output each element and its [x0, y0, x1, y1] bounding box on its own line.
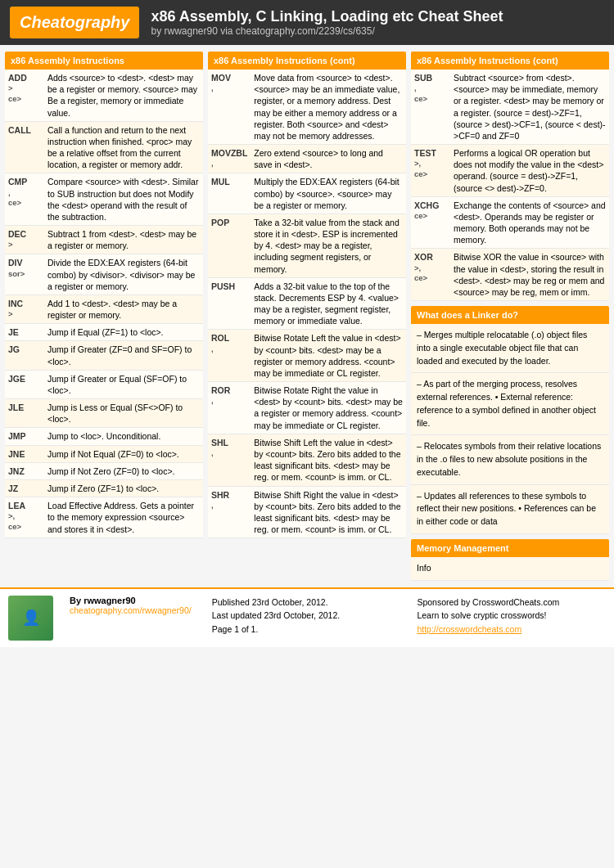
inst-key: INC> — [5, 295, 44, 323]
header-subtitle: by rwwagner90 via cheatography.com/2239/… — [151, 25, 503, 37]
author-name: By rwwagner90 — [70, 596, 196, 605]
column-1: x86 Assembly Instructions ADD>ce>Adds <s… — [5, 52, 203, 581]
inst-key: CMP,ce> — [5, 173, 44, 226]
linker-item: – As part of the merging process, resolv… — [411, 373, 609, 435]
inst-desc: Multiply the EDX:EAX registers (64-bit c… — [251, 173, 406, 214]
linker-header: What does a Linker do? — [411, 306, 609, 324]
memory-header: Memory Management — [411, 539, 609, 557]
col1-header: x86 Assembly Instructions — [5, 52, 203, 70]
inst-desc: Zero extend <source> to long and save in… — [251, 145, 406, 173]
inst-key: JNE — [5, 445, 44, 462]
inst-key: MOVZBL, — [208, 145, 251, 173]
main-content: x86 Assembly Instructions ADD>ce>Adds <s… — [0, 45, 614, 587]
sponsor-text: Sponsored by CrosswordCheats.com — [417, 596, 606, 609]
inst-key: JLE — [5, 399, 44, 428]
logo-text: Cheatography — [20, 13, 129, 31]
inst-desc: Bitwise XOR the value in <source> with t… — [450, 249, 609, 301]
inst-desc: Jump is Less or Equal (SF<>OF) to <loc>. — [44, 399, 203, 428]
footer-author-col: By rwwagner90 cheatography.com/rwwagner9… — [70, 596, 196, 615]
inst-desc: Bitwise Rotate Left the value in <dest> … — [251, 330, 406, 382]
linker-item: – Updates all references to these symbol… — [411, 485, 609, 534]
header: Cheatography x86 Assembly, C Linking, Lo… — [0, 0, 614, 45]
inst-key: SUB,ce> — [411, 70, 450, 145]
author-link[interactable]: cheatography.com/rwwagner90/ — [70, 605, 192, 615]
inst-key: DEC> — [5, 226, 44, 254]
inst-key: SHR, — [208, 486, 251, 538]
inst-key: DIVsor> — [5, 254, 44, 295]
inst-key: MUL — [208, 173, 251, 214]
inst-desc: Move data from <source> to <dest>. <sour… — [251, 70, 406, 145]
inst-key: PUSH — [208, 277, 251, 330]
inst-key: ADD>ce> — [5, 70, 44, 121]
inst-desc: Divide the EDX:EAX registers (64-bit com… — [44, 254, 203, 295]
sponsor-tagline: Learn to solve cryptic crosswords! — [417, 609, 606, 623]
inst-desc: Call a function and return to the next i… — [44, 121, 203, 173]
linker-item: – Merges multiple relocatable (.o) objec… — [411, 324, 609, 373]
col2-table: MOV,Move data from <source> to <dest>. <… — [208, 70, 406, 538]
inst-key: LEA>,ce> — [5, 497, 44, 538]
sponsor-link[interactable]: http://crosswordcheats.com — [417, 624, 521, 634]
footer: 👤 By rwwagner90 cheatography.com/rwwagne… — [0, 587, 614, 647]
inst-desc: Performs a logical OR operation but does… — [450, 145, 609, 197]
header-title: x86 Assembly, C Linking, Loading etc Che… — [151, 8, 503, 25]
inst-key: JZ — [5, 479, 44, 497]
author-avatar: 👤 — [8, 596, 53, 641]
footer-mid-col: Published 23rd October, 2012. Last updat… — [212, 596, 401, 636]
inst-desc: Compare <source> with <dest>. Similar to… — [44, 173, 203, 226]
inst-key: JNZ — [5, 462, 44, 479]
memory-content: Info — [411, 557, 609, 581]
inst-key: POP — [208, 214, 251, 277]
inst-key: SHL, — [208, 434, 251, 486]
inst-key: JMP — [5, 428, 44, 445]
inst-desc: Take a 32-bit value from the stack and s… — [251, 214, 406, 277]
column-2: x86 Assembly Instructions (cont) MOV,Mov… — [208, 52, 406, 581]
inst-key: MOV, — [208, 70, 251, 145]
header-title-block: x86 Assembly, C Linking, Loading etc Che… — [151, 8, 503, 37]
inst-desc: Adds a 32-bit value to the top of the st… — [251, 277, 406, 330]
inst-desc: Bitwise Shift Right the value in <dest> … — [251, 486, 406, 538]
linker-item: – Relocates symbols from their relative … — [411, 435, 609, 484]
col2-header: x86 Assembly Instructions (cont) — [208, 52, 406, 70]
inst-desc: Jump to <loc>. Unconditional. — [44, 428, 203, 445]
inst-desc: Jump if Greater (ZF=0 and SF=OF) to <loc… — [44, 341, 203, 370]
inst-desc: Adds <source> to <dest>. <dest> may be a… — [44, 70, 203, 121]
inst-desc: Add 1 to <dest>. <dest> may be a registe… — [44, 295, 203, 323]
inst-desc: Bitwise Rotate Right the value in <dest>… — [251, 382, 406, 434]
inst-key: XCHGce> — [411, 196, 450, 249]
avatar-image: 👤 — [8, 596, 53, 641]
inst-key: XOR>,ce> — [411, 249, 450, 301]
col1-table: ADD>ce>Adds <source> to <dest>. <dest> m… — [5, 70, 203, 538]
inst-desc: Subtract 1 from <dest>. <dest> may be a … — [44, 226, 203, 254]
column-3: x86 Assembly Instructions (cont) SUB,ce>… — [411, 52, 609, 581]
inst-key: ROR, — [208, 382, 251, 434]
inst-desc: Subtract <source> from <dest>. <source> … — [450, 70, 609, 145]
col3-header: x86 Assembly Instructions (cont) — [411, 52, 609, 70]
inst-key: JE — [5, 324, 44, 341]
inst-key: CALL — [5, 121, 44, 173]
logo-box: Cheatography — [10, 7, 139, 38]
footer-sponsor-col: Sponsored by CrosswordCheats.com Learn t… — [417, 596, 606, 636]
page-text: Page 1 of 1. — [212, 623, 401, 636]
inst-desc: Exchange the contents of <source> and <d… — [450, 196, 609, 249]
inst-key: JG — [5, 341, 44, 370]
inst-desc: Jump if Not Zero (ZF=0) to <loc>. — [44, 462, 203, 479]
inst-key: ROL, — [208, 330, 251, 382]
inst-desc: Jump if Zero (ZF=1) to <loc>. — [44, 479, 203, 497]
inst-desc: Jump if Not Equal (ZF=0) to <loc>. — [44, 445, 203, 462]
inst-desc: Bitwise Shift Left the value in <dest> b… — [251, 434, 406, 486]
updated-text: Last updated 23rd October, 2012. — [212, 609, 401, 623]
inst-desc: Jump if Equal (ZF=1) to <loc>. — [44, 324, 203, 341]
published-text: Published 23rd October, 2012. — [212, 596, 401, 609]
linker-content: – Merges multiple relocatable (.o) objec… — [411, 324, 609, 534]
inst-key: TEST>,ce> — [411, 145, 450, 197]
inst-desc: Jump if Greater or Equal (SF=OF) to <loc… — [44, 370, 203, 398]
col3-table: SUB,ce>Subtract <source> from <dest>. <s… — [411, 70, 609, 301]
inst-desc: Load Effective Address. Gets a pointer t… — [44, 497, 203, 538]
inst-key: JGE — [5, 370, 44, 398]
